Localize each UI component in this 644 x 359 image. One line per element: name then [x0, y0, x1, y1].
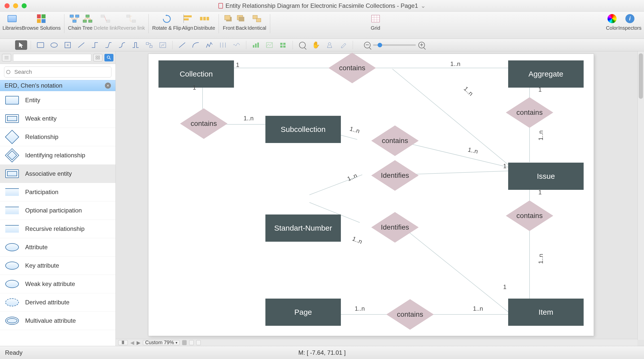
window-title: Entity Relationship Diagram for Electron… [225, 2, 418, 9]
text-tool[interactable]: ≡ [62, 40, 74, 50]
chart-tool-2[interactable] [263, 40, 275, 50]
rel-contains-2[interactable]: contains [186, 113, 221, 134]
rel-identifies-1[interactable]: Identifies [377, 165, 413, 186]
zoom-slider[interactable] [373, 44, 416, 46]
card-1: 1 [236, 61, 239, 68]
eyedropper-tool[interactable] [337, 40, 349, 50]
next-page-button[interactable]: ▶ [137, 340, 140, 346]
page-thumb-2[interactable] [189, 340, 194, 345]
sidebar-tab-grid[interactable] [93, 54, 102, 61]
sidebar-item-identifying-relationship[interactable]: Identifying relationship [0, 146, 115, 165]
svg-rect-28 [150, 46, 152, 48]
sidebar-tab-outline[interactable] [2, 54, 11, 61]
sidebar-item-weak-entity[interactable]: Weak entity [0, 110, 115, 128]
sidebar-item-associative-entity[interactable]: Associative entity [0, 165, 115, 183]
sidebar-item-entity[interactable]: Entity [0, 91, 115, 110]
zoom-in-icon[interactable] [418, 42, 425, 48]
distribute-button[interactable]: Distribute [194, 13, 215, 31]
rotate-flip-button[interactable]: Rotate & Flip [152, 13, 181, 31]
entity-issue[interactable]: Issue [508, 163, 584, 190]
entity-aggregate[interactable]: Aggregate [508, 60, 584, 88]
insert-tool[interactable] [157, 40, 169, 50]
inspectors-button[interactable]: i Inspectors [618, 13, 641, 31]
line-tool-2[interactable] [190, 40, 202, 50]
entity-page[interactable]: Page [265, 299, 341, 326]
entity-standart-number[interactable]: Standart-Number [265, 214, 341, 242]
grid-button[interactable]: Grid [369, 13, 382, 31]
identical-button[interactable]: Identical [248, 13, 266, 31]
sidebar-item-optional-participation[interactable]: Optional participation [0, 201, 115, 220]
sidebar-item-relationship[interactable]: Relationship [0, 128, 115, 146]
close-window-button[interactable] [5, 3, 10, 8]
libraries-button[interactable]: Libraries [3, 13, 22, 31]
rel-contains-1[interactable]: contains [335, 57, 370, 79]
sidebar-item-weak-key-attribute[interactable]: Weak key attribute [0, 275, 115, 293]
page-thumb-1[interactable] [182, 340, 187, 345]
pointer-tool[interactable] [15, 40, 27, 50]
front-button[interactable]: Front [222, 13, 235, 31]
line-tool-3[interactable] [203, 40, 215, 50]
page-thumb-3[interactable] [196, 340, 201, 345]
minimize-window-button[interactable] [13, 3, 18, 8]
rel-contains-6[interactable]: contains [392, 304, 428, 325]
pause-button[interactable]: ⏸ [118, 340, 128, 345]
connector-tool-4[interactable] [116, 40, 128, 50]
connector-tool-3[interactable] [102, 40, 114, 50]
reverse-link-button[interactable]: Reverse link [117, 13, 145, 31]
chain-button[interactable]: Chain [68, 13, 81, 31]
entity-collection[interactable]: Collection [158, 60, 234, 88]
sidebar-item-recursive-relationship[interactable]: Recursive relationship [0, 220, 115, 238]
sidebar-item-multivalue-attribute[interactable]: Multivalue attribute [0, 312, 115, 330]
sidebar-tab-search[interactable] [104, 54, 113, 61]
card-2: 1 [193, 84, 196, 91]
canvas-page[interactable]: Collection Aggregate Subcollection Issue… [148, 54, 594, 336]
close-category-icon[interactable]: × [105, 83, 111, 89]
sidebar-item-label: Associative entity [25, 170, 72, 177]
entity-item[interactable]: Item [508, 299, 584, 326]
line-tool-1[interactable] [176, 40, 188, 50]
canvas-area[interactable]: Collection Aggregate Subcollection Issue… [116, 51, 644, 346]
color-button[interactable]: Color [606, 13, 618, 31]
svg-point-38 [328, 43, 331, 45]
rel-contains-5[interactable]: contains [512, 205, 547, 227]
zoom-level-selector[interactable]: Custom 79% ▾ [143, 340, 180, 345]
chart-tool-3[interactable] [277, 40, 289, 50]
shape-preview-icon [5, 187, 20, 198]
delete-link-button[interactable]: Delete link [94, 13, 117, 31]
vertical-scrollbar[interactable] [637, 51, 644, 340]
connector-tool-5[interactable] [130, 40, 142, 50]
rel-contains-4[interactable]: contains [377, 130, 413, 152]
connector-tool-6[interactable] [143, 40, 155, 50]
rel-identifies-2[interactable]: Identifies [377, 217, 413, 238]
zoom-out-icon[interactable] [364, 42, 371, 48]
align-button[interactable]: Align [181, 13, 194, 31]
line-tool-5[interactable] [230, 40, 243, 50]
chart-tool-1[interactable] [250, 40, 262, 50]
snap-tool[interactable] [324, 40, 336, 50]
rel-contains-3[interactable]: contains [512, 102, 547, 123]
rect-tool[interactable] [34, 40, 47, 50]
ellipse-tool[interactable] [48, 40, 60, 50]
zoom-in-tool[interactable] [296, 40, 308, 50]
line-tool-4[interactable] [217, 40, 229, 50]
svg-rect-22 [372, 15, 380, 22]
back-button[interactable]: Back [235, 13, 248, 31]
tree-button[interactable]: Tree [81, 13, 94, 31]
shape-preview-icon [5, 205, 20, 216]
title-dropdown-icon[interactable]: ⌄ [421, 2, 426, 9]
connector-tool-2[interactable] [89, 40, 101, 50]
sidebar-filter-input[interactable] [13, 54, 91, 61]
sidebar-item-attribute[interactable]: Attribute [0, 238, 115, 257]
entity-subcollection[interactable]: Subcollection [265, 116, 341, 143]
search-input[interactable] [4, 66, 111, 78]
sidebar-item-participation[interactable]: Participation [0, 183, 115, 201]
maximize-window-button[interactable] [22, 3, 27, 8]
prev-page-button[interactable]: ◀ [130, 340, 134, 346]
card-14: 1 [503, 283, 506, 291]
sidebar-item-key-attribute[interactable]: Key attribute [0, 257, 115, 275]
sidebar-item-derived-attribute[interactable]: Derived attribute [0, 293, 115, 312]
connector-tool-1[interactable] [75, 40, 87, 50]
sidebar-category-header[interactable]: ERD, Chen's notation × [0, 80, 115, 91]
pan-tool[interactable]: ✋ [310, 40, 322, 50]
browse-solutions-button[interactable]: Browse Solutions [22, 13, 61, 31]
